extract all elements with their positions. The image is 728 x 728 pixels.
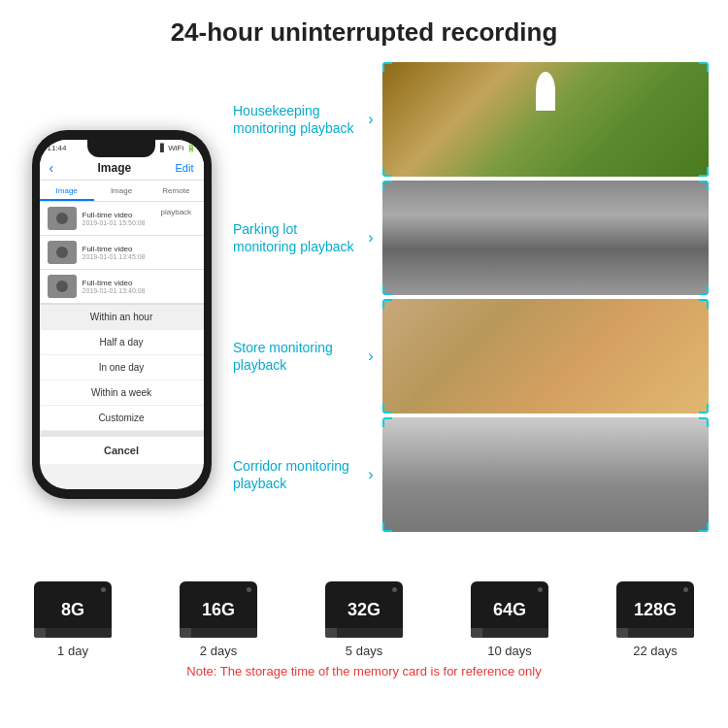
bracket-br-corridor (699, 522, 709, 532)
video-thumb-3 (48, 275, 77, 298)
sd-label-128g: 128G (634, 600, 677, 620)
video-title-3: Full-time video (83, 279, 196, 287)
video-info-1: Full-time video 2019-01-01 15:50:08 (83, 211, 196, 226)
edit-button[interactable]: Edit (176, 162, 194, 174)
housekeeping-photo (382, 62, 709, 177)
arrow-store: › (367, 347, 375, 365)
tab-image2[interactable]: Image (94, 181, 149, 201)
phone-notch (87, 140, 155, 157)
monitoring-text-store: Store monitoringplayback (233, 339, 359, 374)
monitoring-parking: Parking lotmonitoring playback › (233, 181, 709, 295)
storage-days-32g: 5 days (346, 644, 382, 658)
phone-mockup: 11:44 ▋ WiFi 🔋 ‹ Image Edit Image Image … (19, 57, 223, 572)
storage-cards: 8G 1 day 16G 2 days 32G 5 days 64G 10 da… (19, 581, 709, 658)
parking-photo (382, 181, 709, 295)
bracket-tr-store (699, 299, 709, 309)
bracket-tl-corridor (382, 417, 392, 427)
storage-card-64g: 64G 10 days (456, 581, 563, 658)
monitoring-label-store: Store monitoringplayback (233, 339, 359, 374)
video-thumb-2 (48, 241, 77, 264)
dropdown-item-half-day[interactable]: Half a day (40, 330, 204, 355)
video-info-3: Full-time video 2019-01-01 13:40:08 (83, 279, 196, 294)
monitoring-label-corridor: Corridor monitoringplayback (233, 457, 359, 492)
video-title-1: Full-time video (83, 211, 196, 219)
monitoring-section: Housekeepingmonitoring playback › Parkin… (233, 57, 709, 572)
dropdown-item-week[interactable]: Within a week (40, 381, 204, 406)
storage-card-16g: 16G 2 days (165, 581, 272, 658)
arrow-corridor: › (367, 466, 375, 483)
storage-card-8g: 8G 1 day (19, 581, 126, 658)
phone-outer: 11:44 ▋ WiFi 🔋 ‹ Image Edit Image Image … (32, 130, 212, 499)
phone-screen: 11:44 ▋ WiFi 🔋 ‹ Image Edit Image Image … (40, 140, 204, 489)
main-content: 11:44 ▋ WiFi 🔋 ‹ Image Edit Image Image … (0, 57, 728, 572)
phone-nav-bar: ‹ Image Edit (40, 155, 204, 181)
bracket-bl-parking (382, 285, 392, 295)
monitoring-text-parking: Parking lotmonitoring playback (233, 220, 359, 255)
sd-card-32g: 32G (325, 581, 403, 638)
dropdown-item-customize[interactable]: Customize (40, 406, 204, 431)
video-title-2: Full-time video (83, 245, 196, 253)
arrow-housekeeping: › (367, 111, 375, 128)
sd-dot-8g (101, 587, 106, 592)
dropdown-menu: Within an hour Half a day In one day Wit… (40, 304, 204, 464)
video-date-1: 2019-01-01 15:50:08 (83, 219, 196, 226)
storage-section: 8G 1 day 16G 2 days 32G 5 days 64G 10 da… (0, 572, 728, 686)
tab-image[interactable]: Image (40, 181, 94, 201)
bracket-tl-housekeeping (382, 62, 392, 72)
page-title: 24-hour uninterrupted recording (19, 17, 709, 48)
sd-label-64g: 64G (493, 600, 526, 620)
bracket-bl-corridor (382, 522, 392, 532)
bracket-tl-parking (382, 181, 392, 190)
storage-card-128g: 128G 22 days (602, 581, 709, 658)
video-date-3: 2019-01-01 13:40:08 (83, 287, 196, 294)
sd-card-8g: 8G (34, 581, 112, 638)
nav-title: Image (98, 161, 132, 175)
dropdown-item-within-hour[interactable]: Within an hour (40, 305, 204, 330)
monitoring-corridor: Corridor monitoringplayback › (233, 417, 709, 532)
back-arrow[interactable]: ‹ (50, 160, 54, 176)
video-item-3[interactable]: Full-time video 2019-01-01 13:40:08 (40, 270, 204, 304)
bracket-tr-corridor (699, 417, 709, 427)
bracket-br-store (699, 404, 709, 414)
dropdown-item-one-day[interactable]: In one day (40, 355, 204, 381)
phone-tabs: Image Image Remote playback (40, 181, 204, 202)
monitoring-text-corridor: Corridor monitoringplayback (233, 457, 359, 492)
sd-label-32g: 32G (347, 600, 381, 620)
bracket-tl-store (382, 299, 392, 309)
sd-card-64g: 64G (471, 581, 548, 638)
sd-label-16g: 16G (202, 600, 235, 620)
storage-card-32g: 32G 5 days (311, 581, 417, 658)
storage-days-16g: 2 days (200, 644, 237, 658)
storage-note: Note: The storage time of the memory car… (19, 664, 709, 678)
monitoring-image-housekeeping (382, 62, 709, 177)
cancel-button[interactable]: Cancel (40, 431, 204, 464)
video-item-2[interactable]: Full-time video 2019-01-01 13:45:08 (40, 236, 204, 270)
monitoring-image-parking (382, 181, 709, 295)
video-thumb-inner-1 (56, 213, 68, 224)
tab-remote-playback[interactable]: Remote playback (149, 181, 203, 201)
monitoring-housekeeping: Housekeepingmonitoring playback › (233, 62, 709, 177)
sd-dot-64g (538, 587, 543, 592)
bracket-tr-parking (699, 181, 709, 190)
sd-dot-32g (392, 587, 397, 592)
phone-time: 11:44 (48, 144, 67, 152)
monitoring-text-housekeeping: Housekeepingmonitoring playback (233, 102, 359, 137)
storage-days-128g: 22 days (633, 644, 678, 658)
corridor-photo (382, 417, 709, 532)
bracket-bl-store (382, 404, 392, 414)
bracket-br-parking (699, 285, 709, 295)
arrow-parking: › (367, 229, 375, 247)
storage-days-8g: 1 day (57, 644, 88, 658)
store-photo (382, 299, 709, 414)
sd-label-8g: 8G (61, 600, 84, 620)
video-list: Full-time video 2019-01-01 15:50:08 Full… (40, 202, 204, 304)
monitoring-image-store (382, 299, 709, 414)
video-date-2: 2019-01-01 13:45:08 (83, 253, 196, 260)
sd-card-128g: 128G (616, 581, 694, 638)
video-thumb-inner-3 (56, 281, 68, 292)
phone-icons: ▋ WiFi 🔋 (160, 144, 195, 152)
bracket-bl-housekeeping (382, 167, 392, 177)
video-info-2: Full-time video 2019-01-01 13:45:08 (83, 245, 196, 260)
monitoring-image-corridor (382, 417, 709, 532)
monitoring-store: Store monitoringplayback › (233, 299, 709, 414)
